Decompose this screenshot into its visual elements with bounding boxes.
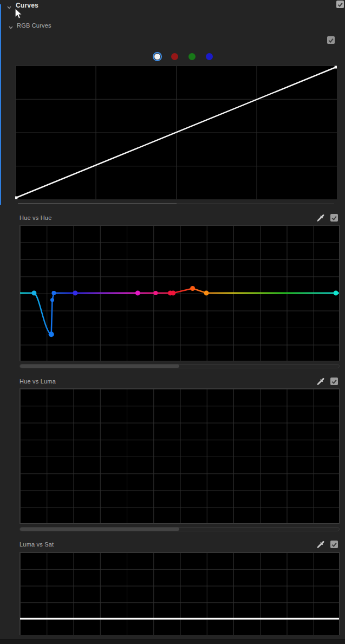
rgb-curve-graph[interactable]: [15, 66, 337, 199]
channel-red-button[interactable]: [171, 53, 178, 60]
hue-vs-hue-scrollbar[interactable]: [19, 364, 340, 368]
lumetri-curves-panel: Curves RGB Curves Hue vs Hue Hue vs Luma: [0, 0, 345, 644]
hue-vs-hue-enabled-checkbox[interactable]: [330, 214, 338, 222]
channel-blue-button[interactable]: [206, 53, 213, 60]
active-section-indicator: [0, 4, 1, 205]
rgb-curves-enabled-checkbox[interactable]: [327, 36, 335, 44]
panel-bottom-edge: [0, 639, 345, 644]
channel-green-button[interactable]: [188, 53, 196, 60]
eyedropper-icon[interactable]: [316, 540, 324, 549]
rgb-curve-scrollbar[interactable]: [18, 203, 334, 204]
hue-vs-luma-graph[interactable]: [19, 388, 340, 524]
channel-master-button[interactable]: [154, 54, 160, 60]
chevron-down-icon[interactable]: [6, 3, 12, 8]
luma-vs-sat-title: Luma vs Sat: [19, 541, 54, 548]
hue-vs-luma-scrollbar[interactable]: [19, 527, 340, 531]
curves-enabled-checkbox[interactable]: [336, 1, 344, 8]
hue-vs-hue-graph[interactable]: [19, 225, 340, 361]
eyedropper-icon[interactable]: [316, 377, 324, 386]
scrollbar-thumb[interactable]: [20, 528, 179, 531]
scrollbar-thumb[interactable]: [20, 365, 179, 368]
chevron-down-icon[interactable]: [8, 23, 14, 28]
hue-vs-hue-title: Hue vs Hue: [19, 214, 51, 221]
eyedropper-icon[interactable]: [316, 213, 324, 222]
luma-vs-sat-graph[interactable]: [19, 552, 340, 635]
luma-vs-sat-enabled-checkbox[interactable]: [330, 541, 338, 548]
hue-vs-luma-enabled-checkbox[interactable]: [330, 378, 338, 385]
mouse-pointer: [15, 8, 23, 19]
rgb-curves-title[interactable]: RGB Curves: [17, 22, 51, 29]
scrollbar-thumb[interactable]: [18, 203, 177, 204]
hue-vs-luma-title: Hue vs Luma: [19, 378, 56, 385]
